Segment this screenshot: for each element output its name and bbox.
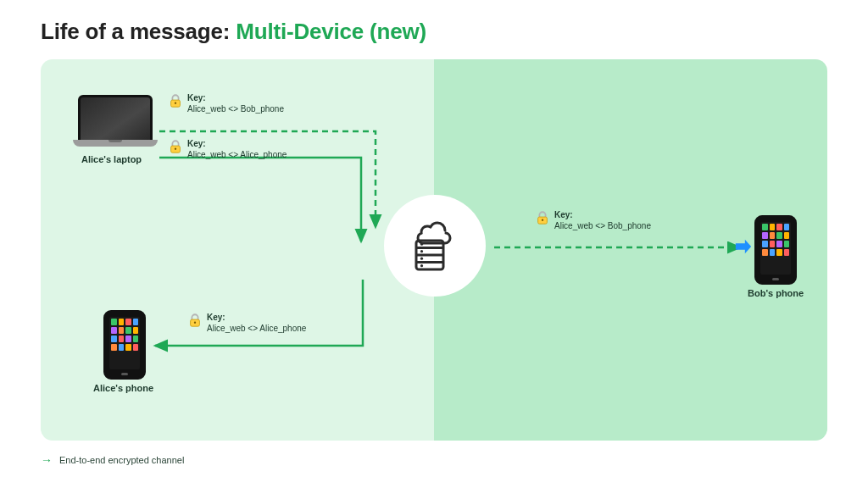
phone-screen <box>109 317 140 369</box>
svg-point-13 <box>194 322 196 324</box>
label-bob-phone: Bob's phone <box>748 288 804 298</box>
svg-point-11 <box>175 148 176 150</box>
svg-point-9 <box>175 103 176 104</box>
label-alice-laptop: Alice's laptop <box>81 154 142 164</box>
key-pair: Alice_web <> Alice_phone <box>187 150 287 161</box>
server-cloud-icon <box>404 215 465 276</box>
key-label: Key: <box>187 93 284 104</box>
legend: → End-to-end encrypted channel <box>41 453 184 467</box>
lock-icon <box>168 93 183 108</box>
key-annotation-1: Key: Alice_web <> Alice_phone <box>187 139 287 160</box>
svg-point-15 <box>542 219 543 221</box>
title-part2: Multi-Device (new) <box>236 19 426 44</box>
key-label: Key: <box>207 313 306 324</box>
lock-icon <box>187 313 203 328</box>
key-label: Key: <box>187 139 287 150</box>
label-alice-phone: Alice's phone <box>93 383 153 393</box>
lock-icon <box>168 139 183 154</box>
key-label: Key: <box>554 210 651 221</box>
lock-icon <box>535 210 550 225</box>
phone-screen <box>760 222 791 274</box>
key-annotation-2: Key: Alice_web <> Alice_phone <box>207 313 306 334</box>
device-alice-laptop <box>73 95 158 147</box>
legend-arrow-icon: → <box>41 453 53 467</box>
legend-text: End-to-end encrypted channel <box>59 455 184 465</box>
page-title: Life of a message: Multi-Device (new) <box>41 19 426 45</box>
device-alice-phone <box>103 310 146 380</box>
svg-point-5 <box>420 250 423 252</box>
svg-point-7 <box>420 264 423 267</box>
diagram-panel: Alice's laptop Key: Alice_web <> Bob_pho… <box>41 59 827 441</box>
key-pair: Alice_web <> Alice_phone <box>207 324 306 335</box>
key-pair: Alice_web <> Bob_phone <box>554 221 651 232</box>
device-bob-phone <box>754 215 797 285</box>
server-node <box>384 195 486 297</box>
key-annotation-0: Key: Alice_web <> Bob_phone <box>187 93 284 114</box>
key-pair: Alice_web <> Bob_phone <box>187 104 284 115</box>
svg-point-4 <box>420 243 423 246</box>
title-part1: Life of a message: <box>41 19 236 44</box>
inbound-arrow-icon <box>734 237 753 256</box>
svg-point-6 <box>420 258 423 260</box>
key-annotation-3: Key: Alice_web <> Bob_phone <box>554 210 651 231</box>
